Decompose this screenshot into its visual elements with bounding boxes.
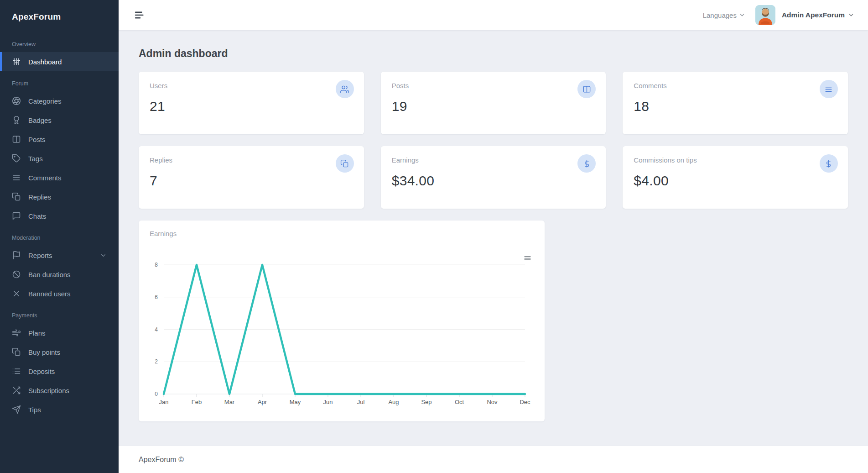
sidebar-item-buy-points[interactable]: Buy points <box>0 342 119 362</box>
section-label-moderation: Moderation <box>0 226 119 246</box>
stat-card-comments: Comments18 <box>623 72 848 134</box>
chevron-down-icon <box>739 12 745 18</box>
earnings-line-chart: 02468JanFebMarAprMayJunJulAugSepOctNovDe… <box>139 221 545 421</box>
svg-text:Aug: Aug <box>388 399 399 405</box>
menu-lines-icon <box>820 80 838 98</box>
sidebar-item-plans[interactable]: Plans <box>0 323 119 342</box>
stat-value: 21 <box>150 99 353 114</box>
svg-text:Nov: Nov <box>487 399 498 405</box>
sidebar-item-dashboard[interactable]: Dashboard <box>0 52 119 71</box>
section-label-overview: Overview <box>0 32 119 52</box>
x-icon <box>12 289 21 298</box>
tag-icon <box>12 154 21 163</box>
sidebar-item-label: Tags <box>28 155 43 163</box>
stat-card-users: Users21 <box>139 72 364 134</box>
stat-label: Replies <box>150 156 353 164</box>
sidebar-item-label: Chats <box>28 212 46 220</box>
message-icon <box>12 211 21 221</box>
columns-icon <box>12 135 21 144</box>
sidebar-item-badges[interactable]: Badges <box>0 110 119 130</box>
languages-label: Languages <box>703 11 737 19</box>
stat-label: Posts <box>392 82 595 89</box>
stat-value: 19 <box>392 99 595 114</box>
sidebar-item-label: Reports <box>28 252 52 259</box>
sidebar-item-reports[interactable]: Reports <box>0 246 119 265</box>
aperture-icon <box>12 96 21 105</box>
sidebar-item-subscriptions[interactable]: Subscriptions <box>0 381 119 400</box>
svg-text:Apr: Apr <box>258 399 267 405</box>
svg-text:4: 4 <box>155 326 158 333</box>
sidebar-item-label: Comments <box>28 174 62 182</box>
svg-text:8: 8 <box>155 262 158 268</box>
sidebar-item-ban-durations[interactable]: Ban durations <box>0 265 119 284</box>
stat-card-earnings: Earnings$34.00 <box>381 146 606 209</box>
list-icon <box>12 367 21 376</box>
svg-text:Jul: Jul <box>357 399 365 405</box>
sidebar-item-replies[interactable]: Replies <box>0 187 119 206</box>
sidebar-item-label: Deposits <box>28 368 55 375</box>
sidebar-item-label: Tips <box>28 406 41 414</box>
sidebar-item-label: Replies <box>28 193 51 201</box>
sidebar-item-comments[interactable]: Comments <box>0 168 119 187</box>
wind-icon <box>12 328 21 337</box>
svg-text:Feb: Feb <box>192 399 202 405</box>
brand-logo[interactable]: ApexForum <box>0 0 119 32</box>
sidebar-item-label: Subscriptions <box>28 387 69 394</box>
sliders-icon <box>12 57 21 66</box>
copy-icon <box>336 154 354 173</box>
sidebar: ApexForum OverviewDashboardForumCategori… <box>0 0 119 473</box>
svg-text:Jan: Jan <box>159 399 169 405</box>
stat-label: Comments <box>634 82 837 89</box>
sidebar-item-tags[interactable]: Tags <box>0 149 119 168</box>
send-icon <box>12 405 21 414</box>
flag-icon <box>12 251 21 260</box>
section-label-payments: Payments <box>0 303 119 323</box>
svg-text:Sep: Sep <box>421 399 431 405</box>
stat-value: 18 <box>634 99 837 114</box>
menu-lines-icon <box>12 173 21 182</box>
sidebar-item-label: Badges <box>28 116 52 124</box>
languages-dropdown[interactable]: Languages <box>703 11 745 19</box>
sidebar-item-label: Plans <box>28 329 46 337</box>
sidebar-item-banned-users[interactable]: Banned users <box>0 284 119 303</box>
sidebar-item-label: Posts <box>28 136 46 143</box>
stat-label: Users <box>150 82 353 89</box>
award-icon <box>12 116 21 125</box>
dollar-icon <box>820 154 838 173</box>
sidebar-item-tips[interactable]: Tips <box>0 400 119 419</box>
copy-icon <box>12 192 21 201</box>
copy-icon <box>12 347 21 357</box>
avatar[interactable] <box>755 5 775 25</box>
chevron-down-icon <box>848 12 854 18</box>
sidebar-item-posts[interactable]: Posts <box>0 130 119 149</box>
users-icon <box>336 80 354 98</box>
stat-value: $34.00 <box>392 173 595 189</box>
svg-text:Dec: Dec <box>520 399 530 405</box>
stat-label: Commissions on tips <box>634 156 837 164</box>
sidebar-item-chats[interactable]: Chats <box>0 206 119 226</box>
sidebar-item-categories[interactable]: Categories <box>0 91 119 110</box>
user-menu[interactable]: Admin ApexForum <box>782 11 854 19</box>
hamburger-icon[interactable] <box>132 8 147 23</box>
sidebar-item-label: Buy points <box>28 348 60 356</box>
stat-card-posts: Posts19 <box>381 72 606 134</box>
dollar-icon <box>577 154 596 173</box>
header: Languages Admin ApexForum <box>119 0 868 30</box>
svg-text:2: 2 <box>155 358 158 365</box>
sidebar-nav: OverviewDashboardForumCategoriesBadgesPo… <box>0 32 119 419</box>
content: Admin dashboard Users21Posts19Comments18… <box>119 30 868 446</box>
footer: ApexForum © <box>119 446 868 473</box>
shuffle-icon <box>12 386 21 395</box>
svg-text:0: 0 <box>155 391 158 397</box>
ban-icon <box>12 270 21 279</box>
svg-text:May: May <box>290 399 301 405</box>
user-name: Admin ApexForum <box>782 11 845 19</box>
chevron-down-icon <box>100 252 107 259</box>
sidebar-item-deposits[interactable]: Deposits <box>0 362 119 381</box>
svg-text:Jun: Jun <box>323 399 333 405</box>
svg-text:Mar: Mar <box>224 399 235 405</box>
stat-value: 7 <box>150 173 353 189</box>
sidebar-item-label: Categories <box>28 97 62 105</box>
page-title: Admin dashboard <box>139 47 848 60</box>
columns-icon <box>577 80 596 98</box>
